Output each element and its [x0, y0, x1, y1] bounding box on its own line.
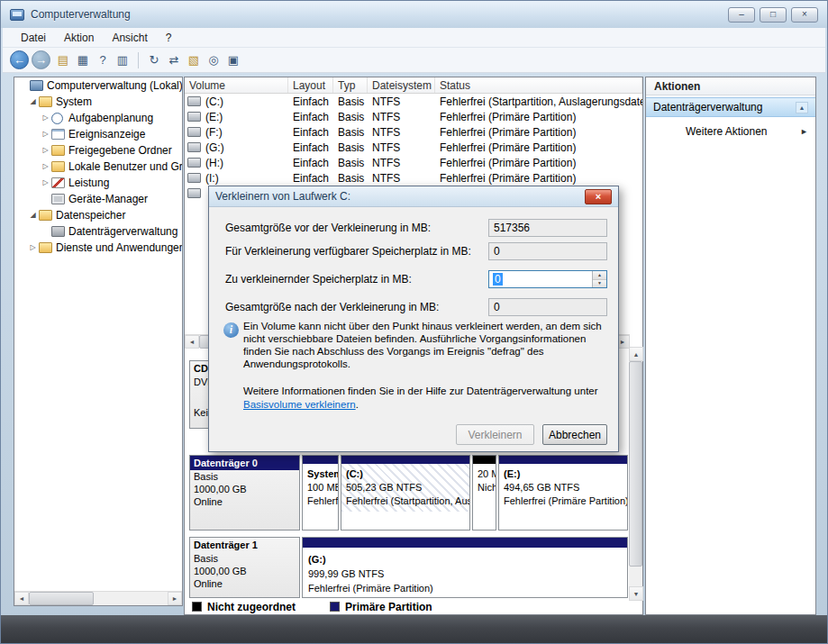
- show-action-pane-icon[interactable]: ▥: [113, 50, 132, 70]
- close-button[interactable]: ×: [791, 7, 818, 23]
- export-list-icon[interactable]: ▤: [53, 50, 73, 70]
- volume-row-i[interactable]: (I:) Einfach Basis NTFS Fehlerfrei (Prim…: [185, 170, 642, 186]
- volume-row-e[interactable]: (E:) Einfach Basis NTFS Fehlerfrei (Prim…: [185, 109, 642, 124]
- volume-icon: [187, 112, 201, 122]
- tree-item-leistung[interactable]: ▷ Leistung: [14, 175, 182, 191]
- expander-icon[interactable]: ▷: [40, 131, 51, 138]
- show-console-tree-icon[interactable]: ▦: [73, 50, 93, 70]
- properties-icon[interactable]: ▣: [223, 50, 243, 70]
- scrollbar-thumb[interactable]: [629, 361, 642, 567]
- partition-unallocated[interactable]: 20 MB Nicht zugeordnet: [472, 455, 496, 531]
- volume-row-h[interactable]: (H:) Einfach Basis NTFS Fehlerfrei (Prim…: [185, 155, 642, 170]
- volume-list-header: Volume Layout Typ Dateisystem Status: [185, 77, 642, 94]
- expander-icon[interactable]: ◢: [27, 98, 39, 105]
- dialog-titlebar[interactable]: Verkleinern von Laufwerk C: ×: [209, 186, 618, 207]
- scrollbar-track[interactable]: [629, 567, 642, 586]
- scroll-down-icon[interactable]: ▼: [629, 586, 643, 601]
- expander-icon[interactable]: ◢: [27, 212, 39, 219]
- volume-name: (I:): [205, 172, 219, 185]
- legend-item-unallocated: Nicht zugeordnet: [192, 601, 296, 613]
- menu-aktion[interactable]: Aktion: [55, 29, 103, 47]
- statusbar: [1, 615, 827, 643]
- volume-row-c[interactable]: (C:) Einfach Basis NTFS Fehlerfrei (Star…: [185, 94, 642, 109]
- expander-icon[interactable]: ▷: [40, 179, 51, 186]
- action-item-weitere-aktionen[interactable]: Weitere Aktionen ►: [646, 122, 815, 141]
- shrink-amount-value[interactable]: 0: [493, 273, 503, 286]
- back-icon[interactable]: ←: [10, 50, 29, 69]
- tree-item-label: Datenträgerverwaltung: [68, 225, 177, 238]
- scroll-left-icon[interactable]: ◄: [14, 592, 29, 605]
- primary-partition-strip: [303, 456, 338, 464]
- scrollbar-thumb[interactable]: [29, 592, 94, 605]
- tree-item-system[interactable]: ◢ System: [14, 94, 182, 110]
- column-header-dateisystem[interactable]: Dateisystem: [368, 77, 435, 93]
- tree-item-dienste-anwendungen[interactable]: ▷ Dienste und Anwendungen: [14, 240, 182, 256]
- volume-row-g[interactable]: (G:) Einfach Basis NTFS Fehlerfrei (Prim…: [185, 140, 642, 155]
- partition-c[interactable]: (C:) 505,23 GB NTFS Fehlerfrei (Startpar…: [341, 455, 470, 531]
- column-header-status[interactable]: Status: [435, 77, 642, 93]
- expander-icon[interactable]: ▷: [27, 244, 39, 251]
- volume-layout: Einfach: [288, 111, 333, 123]
- primary-partition-strip: [303, 538, 627, 548]
- tree-item-ereignisanzeige[interactable]: ▷ Ereignisanzeige: [14, 126, 182, 142]
- disk1-size: 1000,00 GB: [190, 565, 299, 577]
- dialog-title: Verkleinern von Laufwerk C:: [215, 190, 350, 203]
- partition-label: System-reserviert: [307, 467, 333, 481]
- spinner-down-icon[interactable]: ▼: [593, 280, 606, 288]
- tree-horizontal-scrollbar[interactable]: ◄ ►: [14, 591, 182, 605]
- volume-fs: NTFS: [368, 126, 435, 139]
- folder-icon[interactable]: ▧: [184, 50, 204, 70]
- tree-item-computerverwaltung[interactable]: Computerverwaltung (Lokal): [14, 77, 182, 94]
- column-header-layout[interactable]: Layout: [288, 77, 333, 93]
- column-header-typ[interactable]: Typ: [333, 77, 368, 93]
- maximize-icon: □: [770, 10, 776, 19]
- disk-pane-vertical-scrollbar[interactable]: ▲ ▼: [629, 347, 642, 601]
- forward-icon[interactable]: →: [32, 50, 50, 69]
- tree-item-aufgabenplanung[interactable]: ▷ Aufgabenplanung: [14, 110, 182, 126]
- field-label-shrink-amount: Zu verkleinernder Speicherplatz in MB:: [225, 273, 412, 286]
- partition-e[interactable]: (E:) 494,65 GB NTFS Fehlerfrei (Primäre …: [498, 455, 628, 531]
- disk0-info-box[interactable]: Datenträger 0 Basis 1000,00 GB Online: [189, 455, 300, 531]
- maximize-button[interactable]: □: [760, 7, 787, 23]
- rescan-disks-icon[interactable]: ⇄: [164, 50, 184, 70]
- partition-g[interactable]: (G:) 999,99 GB NTFS Fehlerfrei (Primäre …: [302, 537, 628, 598]
- shrink-button[interactable]: Verkleinern: [456, 424, 534, 445]
- action-item-label: Datenträgerverwaltung: [653, 101, 762, 113]
- tree-item-freigegebene-ordner[interactable]: ▷ Freigegebene Ordner: [14, 142, 182, 159]
- volume-layout: Einfach: [288, 141, 333, 154]
- basic-volume-shrink-link[interactable]: Basisvolume verkleinern: [243, 399, 356, 410]
- expander-icon[interactable]: ▷: [40, 147, 51, 154]
- spinner-up-icon[interactable]: ▲: [593, 271, 606, 280]
- menu-datei[interactable]: Datei: [12, 29, 55, 47]
- minimize-button[interactable]: –: [728, 7, 755, 23]
- dialog-close-button[interactable]: ×: [585, 189, 612, 204]
- disk0-state: Online: [190, 495, 299, 508]
- tree-item-datenspeicher[interactable]: ◢ Datenspeicher: [14, 207, 182, 223]
- tree-item-lokale-benutzer[interactable]: ▷ Lokale Benutzer und Gruppen: [14, 159, 182, 175]
- expander-icon[interactable]: ▷: [40, 163, 51, 170]
- partition-system-reserved[interactable]: System-reserviert 100 MB NTFS Fehlerfrei…: [302, 455, 339, 531]
- cancel-button[interactable]: Abbrechen: [542, 424, 607, 445]
- action-item-datentraegerverwaltung[interactable]: Datenträgerverwaltung ▲: [646, 97, 815, 117]
- volume-fs: NTFS: [368, 95, 435, 108]
- refresh-icon[interactable]: ↻: [144, 50, 164, 70]
- disk1-info-box[interactable]: Datenträger 1 Basis 1000,00 GB Online: [189, 537, 300, 598]
- collapse-chevron-icon[interactable]: ▲: [796, 102, 808, 113]
- help-icon[interactable]: ?: [93, 50, 113, 70]
- column-header-volume[interactable]: Volume: [185, 77, 288, 93]
- tree-item-label: Freigegebene Ordner: [68, 144, 172, 157]
- partition-size: 505,23 GB NTFS: [346, 481, 465, 494]
- menu-hilfe[interactable]: ?: [157, 29, 181, 47]
- scroll-right-icon[interactable]: ►: [168, 592, 182, 605]
- expander-icon[interactable]: ▷: [40, 114, 51, 122]
- tree-item-geraete-manager[interactable]: Geräte-Manager: [14, 191, 182, 207]
- shrink-amount-spinner[interactable]: 0 ▲ ▼: [488, 270, 607, 288]
- menu-ansicht[interactable]: Ansicht: [103, 29, 156, 47]
- tree-item-datentraegerverwaltung[interactable]: Datenträgerverwaltung: [14, 223, 182, 240]
- volume-row-f[interactable]: (F:) Einfach Basis NTFS Fehlerfrei (Prim…: [185, 124, 642, 140]
- scroll-up-icon[interactable]: ▲: [629, 347, 643, 361]
- search-icon[interactable]: ◎: [204, 50, 223, 70]
- scroll-left-icon[interactable]: ◄: [185, 335, 199, 349]
- scrollbar-track[interactable]: [94, 592, 168, 605]
- titlebar[interactable]: Computerverwaltung – □ ×: [1, 1, 827, 28]
